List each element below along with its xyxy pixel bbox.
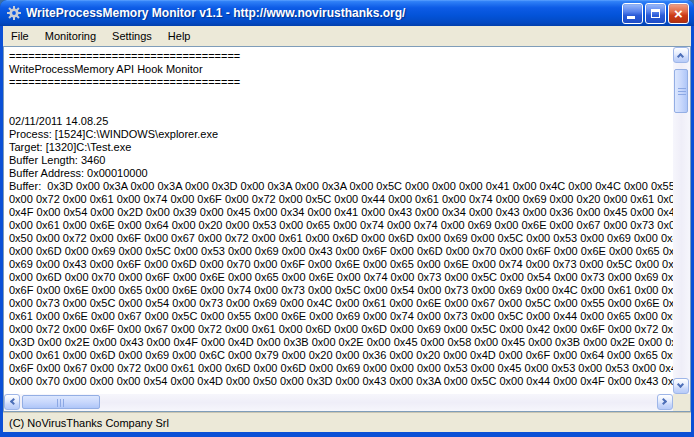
log-line: Target: [1320]C:\Test.exe: [9, 141, 673, 154]
log-line: 0x69 0x00 0x43 0x00 0x6F 0x00 0x6D 0x00 …: [9, 258, 673, 271]
log-line: 0x00 0x6D 0x00 0x70 0x00 0x6F 0x00 0x6E …: [9, 271, 673, 284]
horizontal-scrollbar[interactable]: [4, 394, 673, 411]
log-textbox[interactable]: ====================================Writ…: [3, 46, 691, 412]
app-window: WriteProcessMemory Monitor v1.1 - http:/…: [0, 0, 694, 437]
window-controls: ×: [622, 3, 689, 24]
scroll-down-button[interactable]: [673, 378, 689, 394]
log-line: 0x00 0x73 0x00 0x5C 0x00 0x54 0x00 0x73 …: [9, 297, 673, 310]
log-line: 0x00 0x72 0x00 0x6F 0x00 0x67 0x00 0x72 …: [9, 323, 673, 336]
log-line: 0x6F 0x00 0x6E 0x00 0x65 0x00 0x6E 0x00 …: [9, 284, 673, 297]
log-line: ====================================: [9, 50, 673, 63]
log-line: 02/11/2011 14.08.25: [9, 115, 673, 128]
status-text: (C) NoVirusThanks Company Srl: [9, 417, 169, 429]
chevron-down-icon: [677, 381, 684, 388]
scrollbar-corner: [673, 394, 690, 411]
window-title: WriteProcessMemory Monitor v1.1 - http:/…: [26, 6, 622, 20]
title-bar[interactable]: WriteProcessMemory Monitor v1.1 - http:/…: [0, 0, 694, 26]
menu-bar: File Monitoring Settings Help: [3, 26, 691, 46]
log-line: [9, 102, 673, 115]
maximize-icon: [651, 9, 660, 18]
menu-monitoring[interactable]: Monitoring: [37, 27, 104, 45]
horizontal-scroll-thumb[interactable]: [22, 395, 100, 409]
chevron-up-icon: [677, 53, 684, 60]
minimize-icon: [627, 16, 635, 19]
log-line: Buffer Address: 0x00010000: [9, 167, 673, 180]
log-line: 0x61 0x00 0x6E 0x00 0x67 0x00 0x5C 0x00 …: [9, 310, 673, 323]
log-line: 0x00 0x70 0x00 0x00 0x00 0x54 0x00 0x4D …: [9, 375, 673, 388]
log-line: 0x3D 0x00 0x2E 0x00 0x43 0x00 0x4F 0x00 …: [9, 336, 673, 349]
log-line: Buffer: 0x3D 0x00 0x3A 0x00 0x3A 0x00 0x…: [9, 180, 673, 193]
vertical-scrollbar[interactable]: [673, 47, 690, 394]
scroll-up-button[interactable]: [673, 47, 689, 63]
log-line: WriteProcessMemory API Hook Monitor: [9, 63, 673, 76]
log-line: Process: [1524]C:\WINDOWS\explorer.exe: [9, 128, 673, 141]
minimize-button[interactable]: [622, 3, 643, 24]
close-icon: ×: [669, 4, 688, 23]
menu-file[interactable]: File: [3, 27, 37, 45]
log-line: ====================================: [9, 76, 673, 89]
log-line: 0x00 0x6D 0x00 0x69 0x00 0x5C 0x00 0x53 …: [9, 245, 673, 258]
client-area: ====================================Writ…: [3, 46, 691, 412]
log-line: 0x4F 0x00 0x54 0x00 0x2D 0x00 0x39 0x00 …: [9, 206, 673, 219]
scroll-right-button[interactable]: [657, 394, 673, 410]
chevron-left-icon: [10, 398, 17, 405]
status-bar: (C) NoVirusThanks Company Srl: [3, 412, 691, 432]
menu-help[interactable]: Help: [160, 27, 199, 45]
maximize-button[interactable]: [645, 3, 666, 24]
log-line: 0x00 0x72 0x00 0x61 0x00 0x74 0x00 0x6F …: [9, 193, 673, 206]
log-line: 0x00 0x61 0x00 0x6E 0x00 0x64 0x00 0x20 …: [9, 219, 673, 232]
vertical-scroll-thumb[interactable]: [674, 69, 688, 113]
log-line: 0x6F 0x00 0x67 0x00 0x72 0x00 0x61 0x00 …: [9, 362, 673, 375]
chevron-right-icon: [660, 398, 667, 405]
log-line: [9, 89, 673, 102]
gear-icon[interactable]: [6, 5, 22, 21]
log-line: 0x50 0x00 0x72 0x00 0x6F 0x00 0x67 0x00 …: [9, 232, 673, 245]
close-button[interactable]: ×: [668, 3, 689, 24]
log: ====================================Writ…: [4, 47, 673, 394]
menu-settings[interactable]: Settings: [104, 27, 160, 45]
scroll-left-button[interactable]: [4, 394, 20, 410]
log-line: 0x00 0x61 0x00 0x6D 0x00 0x69 0x00 0x6C …: [9, 349, 673, 362]
log-line: Buffer Length: 3460: [9, 154, 673, 167]
